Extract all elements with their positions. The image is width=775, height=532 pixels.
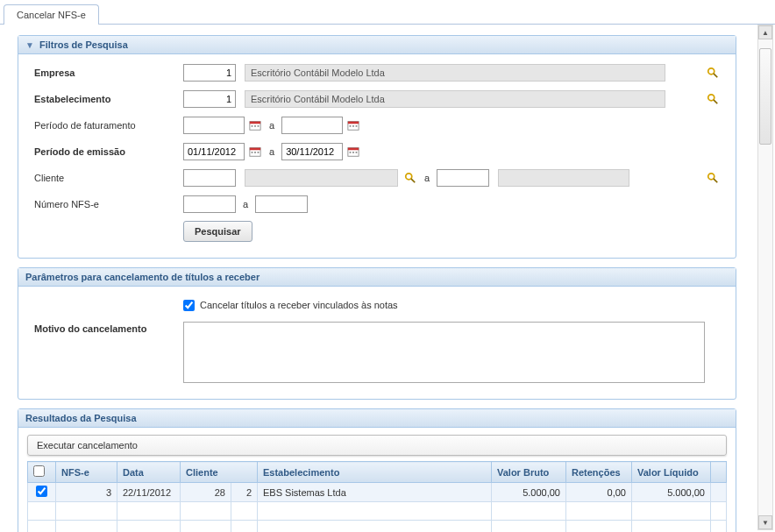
col-header-check — [28, 462, 56, 483]
cell-cliente-id: 28 — [181, 483, 231, 502]
cell-spacer — [711, 483, 727, 502]
empresa-nome-display: Escritório Contábil Modelo Ltda — [245, 64, 665, 82]
svg-rect-8 — [258, 125, 260, 127]
sep-a: a — [269, 146, 274, 157]
lookup-cliente-de-icon[interactable] — [403, 171, 417, 185]
svg-rect-23 — [356, 152, 358, 153]
col-header-spacer — [711, 462, 727, 483]
svg-rect-20 — [348, 148, 359, 151]
pesquisar-button[interactable]: Pesquisar — [183, 221, 252, 242]
vertical-scrollbar[interactable]: ▲ ▼ — [757, 25, 773, 530]
panel-filtros-title: Filtros de Pesquisa — [39, 39, 128, 50]
svg-rect-13 — [356, 125, 358, 127]
fat-de-input[interactable] — [183, 117, 245, 134]
calendar-icon[interactable] — [248, 145, 262, 159]
svg-line-1 — [714, 74, 717, 77]
cliente-de-nome-display — [245, 169, 398, 187]
svg-point-2 — [708, 95, 715, 101]
svg-line-3 — [714, 100, 717, 103]
executar-cancelamento-button[interactable]: Executar cancelamento — [37, 440, 138, 450]
table-row[interactable] — [28, 521, 727, 533]
svg-rect-16 — [252, 152, 253, 153]
panel-parametros-header[interactable]: Parâmetros para cancelamento de títulos … — [18, 268, 736, 287]
label-numero: Número NFS-e — [34, 199, 183, 209]
col-header-ret[interactable]: Retenções — [566, 462, 632, 483]
panel-resultados: Resultados da Pesquisa Executar cancelam… — [18, 408, 736, 532]
label-periodo-fat: Período de faturamento — [34, 120, 183, 131]
svg-point-0 — [708, 68, 715, 74]
svg-rect-7 — [254, 125, 256, 127]
results-grid: NFS-e Data Cliente Estabelecimento Valor… — [27, 461, 727, 532]
col-header-nfse[interactable]: NFS-e — [56, 462, 117, 483]
panel-resultados-header[interactable]: Resultados da Pesquisa — [18, 409, 736, 428]
svg-rect-21 — [350, 152, 352, 153]
sep-a: a — [424, 173, 430, 183]
panel-filtros-header[interactable]: ▼ Filtros de Pesquisa — [18, 36, 736, 54]
cell-vbruto: 5.000,00 — [492, 483, 566, 502]
cancelar-titulos-label: Cancelar títulos a receber vinculados às… — [200, 300, 398, 310]
sep-a: a — [269, 120, 274, 131]
tab-cancelar-nfse[interactable]: Cancelar NFS-e — [4, 4, 99, 25]
scroll-up-button[interactable]: ▲ — [758, 25, 772, 39]
calendar-icon[interactable] — [248, 118, 262, 132]
cancelar-titulos-checkbox[interactable] — [183, 300, 195, 311]
cell-ret: 0,00 — [566, 483, 632, 502]
svg-point-24 — [406, 174, 412, 180]
table-row[interactable] — [28, 502, 727, 521]
col-header-cliente[interactable]: Cliente — [181, 462, 258, 483]
sep-a: a — [243, 199, 248, 209]
svg-rect-11 — [350, 125, 352, 127]
row-checkbox[interactable] — [36, 486, 47, 497]
col-header-estab[interactable]: Estabelecimento — [258, 462, 492, 483]
svg-point-26 — [708, 174, 715, 180]
label-cliente: Cliente — [34, 173, 183, 183]
col-header-vliq[interactable]: Valor Líquido — [632, 462, 711, 483]
select-all-checkbox[interactable] — [33, 465, 45, 477]
svg-line-27 — [714, 179, 717, 182]
lookup-cliente-ate-icon[interactable] — [706, 171, 720, 185]
calendar-icon[interactable] — [346, 118, 360, 132]
numero-de-input[interactable] — [183, 195, 236, 213]
fat-ate-input[interactable] — [281, 117, 343, 134]
cell-vliq: 5.000,00 — [632, 483, 711, 502]
results-toolbar: Executar cancelamento — [27, 435, 727, 456]
cliente-ate-input[interactable] — [437, 169, 489, 187]
svg-rect-5 — [250, 122, 260, 124]
panel-filtros: ▼ Filtros de Pesquisa Empresa Escritório… — [18, 35, 736, 259]
label-estabelecimento: Estabelecimento — [34, 94, 183, 104]
tab-label: Cancelar NFS-e — [17, 10, 86, 20]
svg-rect-10 — [348, 122, 359, 124]
cliente-ate-nome-display — [498, 169, 629, 187]
svg-rect-22 — [352, 152, 354, 153]
cell-cliente-sub: 2 — [231, 483, 258, 502]
svg-rect-15 — [250, 148, 260, 151]
numero-ate-input[interactable] — [255, 195, 308, 213]
lookup-estab-icon[interactable] — [706, 92, 720, 106]
cell-estab: EBS Sistemas Ltda — [258, 483, 492, 502]
emi-ate-input[interactable] — [281, 143, 343, 160]
emi-de-input[interactable] — [183, 143, 245, 160]
lookup-empresa-icon[interactable] — [706, 66, 720, 80]
label-periodo-emi: Período de emissão — [34, 146, 183, 157]
empresa-id-input[interactable] — [183, 64, 236, 82]
svg-rect-18 — [258, 152, 260, 153]
chevron-down-icon: ▼ — [25, 40, 34, 50]
scroll-track[interactable] — [758, 39, 772, 515]
estab-nome-display: Escritório Contábil Modelo Ltda — [245, 90, 665, 108]
col-header-vbruto[interactable]: Valor Bruto — [492, 462, 566, 483]
cell-data: 22/11/2012 — [117, 483, 181, 502]
scroll-down-button[interactable]: ▼ — [758, 515, 772, 529]
panel-resultados-title: Resultados da Pesquisa — [25, 413, 137, 423]
calendar-icon[interactable] — [346, 145, 360, 159]
col-header-data[interactable]: Data — [117, 462, 181, 483]
label-empresa: Empresa — [34, 67, 183, 78]
svg-rect-17 — [254, 152, 256, 153]
estab-id-input[interactable] — [183, 90, 236, 108]
svg-rect-12 — [352, 125, 354, 127]
cliente-de-input[interactable] — [183, 169, 236, 187]
scroll-thumb[interactable] — [759, 48, 771, 145]
svg-line-25 — [411, 179, 415, 182]
panel-parametros: Parâmetros para cancelamento de títulos … — [18, 267, 736, 400]
table-row[interactable]: 322/11/2012282EBS Sistemas Ltda5.000,000… — [28, 483, 727, 502]
motivo-textarea[interactable] — [183, 322, 705, 383]
